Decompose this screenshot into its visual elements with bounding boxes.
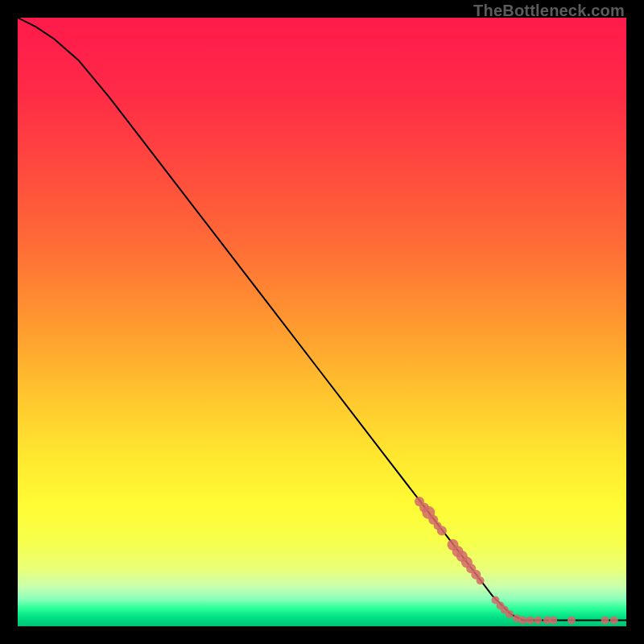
plot-background: [18, 18, 626, 626]
data-point: [568, 616, 576, 624]
data-point: [610, 616, 618, 624]
data-point: [534, 616, 542, 624]
data-point: [601, 616, 609, 624]
data-point: [506, 610, 514, 618]
data-point: [477, 576, 485, 584]
data-point: [437, 526, 447, 535]
data-point: [549, 616, 557, 624]
data-point: [518, 616, 526, 624]
chart-frame: TheBottleneck.com: [0, 0, 644, 644]
chart-plot: [18, 18, 626, 626]
data-point: [526, 616, 535, 624]
